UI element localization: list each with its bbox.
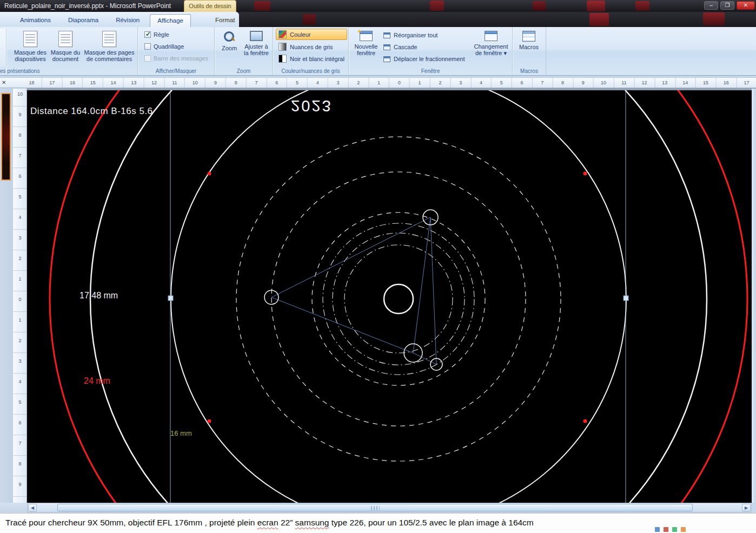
label-17-48mm[interactable]: 17.48 mm [79,291,118,301]
constellation-line[interactable] [413,217,430,353]
maximize-button[interactable]: ❐ [720,1,734,10]
fit-to-window-button[interactable]: Ajuster à la fenêtre [243,29,270,66]
tray-icon[interactable] [672,527,677,532]
cascade-icon [383,44,390,50]
arrange-all-button[interactable]: Réorganiser tout [383,30,437,40]
title-bar[interactable]: Reticule_polaire_noir_inversé.pptx - Mic… [0,0,756,12]
cascade-button[interactable]: Cascade [383,42,417,52]
hruler-number: 6 [519,80,525,85]
vruler-number: 9 [13,112,27,117]
label-24mm[interactable]: 24 mm [84,376,110,386]
slides-pane-sliver[interactable] [0,89,13,503]
hruler-number: 9 [580,80,586,85]
group-color: Couleur Nuances de gris Noir et blanc in… [273,27,349,75]
hruler-number: 4 [478,80,483,85]
label-16mm[interactable]: 16 mm [170,429,192,437]
horizontal-ruler[interactable]: 1817161514131211109876543210123456789101… [0,77,756,88]
tab-affichage[interactable]: Affichage [150,14,191,27]
color-mode-button[interactable]: Couleur [276,29,347,40]
ruler-checkbox-row[interactable]: Règle [144,30,169,39]
selection-handle-right[interactable] [624,296,628,301]
macros-button[interactable]: Macros [516,29,542,66]
hruler-number: 10 [601,80,606,85]
handout-master-button[interactable]: Masque du document [49,29,82,66]
tray-icon[interactable] [681,527,686,532]
grayscale-mode-button[interactable]: Nuances de gris [276,41,347,52]
tab-revision[interactable]: Révision [109,14,147,27]
desktop-wallpaper-card [430,1,444,11]
vruler-number: 1 [13,276,27,282]
hruler-number: 2 [356,80,361,85]
slide-canvas[interactable]: Distance 164.0cm B-16s 5.6 2023 17.48 mm… [27,90,752,503]
vertical-scrollbar-strip[interactable] [752,89,756,503]
reticle-circle-dashed-outer[interactable] [236,137,561,461]
color-swatch-icon [278,30,287,38]
hruler-number: 1 [417,80,422,85]
fit-window-icon [250,31,263,41]
hruler-number: 15 [90,80,96,85]
notes-text-part: 22” [278,518,295,527]
horizontal-scrollbar[interactable]: ◀ ▶ [27,503,752,512]
desktop-wallpaper-card [254,1,270,11]
tab-format[interactable]: Format [208,14,242,27]
reticle-circle-dashed-mid[interactable] [271,172,526,426]
powerpoint-window: Reticule_polaire_noir_inversé.pptx - Mic… [0,0,756,533]
hruler-number: 12 [642,80,647,85]
desktop-wallpaper-card [589,13,609,26]
notes-text: Tracé pour chercheur 9X 50mm, objectif E… [5,518,534,528]
misspelled-word: samsung [295,518,329,527]
hruler-number: 17 [744,80,749,85]
tray-icon[interactable] [664,527,668,532]
group-macros-label: Macros [513,68,546,74]
vruler-number: 10 [13,91,27,97]
reticle-circle-dashed-inner[interactable] [312,212,485,385]
reticle-circle-selected[interactable] [171,90,626,503]
zoom-button[interactable]: Zoom [217,29,241,66]
tab-diaporama[interactable]: Diaporama [61,14,105,27]
minimize-button[interactable]: – [704,1,718,10]
constellation-lines[interactable] [271,217,436,364]
hruler-number: 5 [295,80,300,85]
message-bar-checkbox-row: Barre des messages [144,54,208,63]
taskbar-icons[interactable] [655,527,686,532]
group-window: ✶ Nouvelle fenêtre Réorganiser tout Casc… [349,27,513,75]
move-split-icon [383,56,390,62]
slide-thumbnail[interactable] [1,93,11,181]
notes-master-button[interactable]: Masque des pages de commentaires [83,29,135,66]
notes-bar[interactable]: Tracé pour chercheur 9X 50mm, objectif E… [0,513,756,533]
black-white-mode-button[interactable]: Noir et blanc intégral [276,53,347,64]
reticle-circle-dashdot-2[interactable] [333,233,465,365]
close-button[interactable]: ✕ [737,1,755,10]
year-label-mirrored[interactable]: 2023 [291,97,333,115]
reticle-center-circle[interactable] [384,284,413,314]
new-window-button[interactable]: ✶ Nouvelle fenêtre [351,29,381,66]
checkbox-icon[interactable] [144,43,151,50]
slide-master-button[interactable]: Masque des diapositives [14,29,47,66]
vruler-number: 8 [13,132,27,138]
ribbon-button-cut[interactable] [0,29,6,66]
scrollbar-grip [371,506,380,510]
scroll-left-arrow[interactable]: ◀ [28,504,37,511]
grid-checkbox-row[interactable]: Quadrillage [144,42,184,51]
reticle-circle-dashdot-3[interactable] [344,245,453,353]
distance-label[interactable]: Distance 164.0cm B-16s 5.6 [30,106,153,117]
reticle-circle-outer-white[interactable] [90,90,707,503]
close-pane-icon[interactable]: ✕ [2,79,6,85]
checkbox-icon[interactable] [144,31,151,38]
scrollbar-thumb[interactable] [57,504,693,511]
vertical-ruler[interactable]: 109876543210123456789 [13,89,27,503]
reticle-circle-dashdot-1[interactable] [323,223,474,375]
tab-animations[interactable]: Animations [13,14,58,27]
window-title: Reticule_polaire_noir_inversé.pptx - Mic… [4,2,171,10]
red-marker-dot [208,172,211,176]
hruler-number: 16 [724,80,729,85]
red-marker-dot [208,419,211,423]
switch-windows-button[interactable]: Changement de fenêtre ▾ [472,29,510,66]
tray-icon[interactable] [655,527,660,532]
vruler-number: 4 [13,215,27,220]
selection-handle-left[interactable] [168,296,173,301]
move-split-button[interactable]: Déplacer le fractionnement [383,54,465,64]
scroll-right-arrow[interactable]: ▶ [742,504,751,511]
hruler-number: 14 [111,80,116,85]
reticle-circle-red-24mm[interactable] [50,90,747,503]
